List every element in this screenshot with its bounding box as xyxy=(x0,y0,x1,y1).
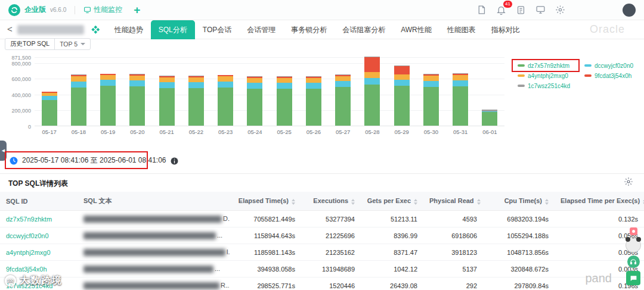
customer-service-button[interactable] xyxy=(626,271,640,285)
bar-segment-dccwyjcf0z0n0[interactable] xyxy=(335,81,351,87)
panel-collapse-handle[interactable]: ◀ xyxy=(0,141,7,161)
tab-性能趋势[interactable]: 性能趋势 xyxy=(107,20,151,39)
bar-segment-dz7x57n9zhktm[interactable] xyxy=(335,87,351,126)
bar-segment-a4yntphj2mxg0[interactable] xyxy=(247,78,262,83)
table-row[interactable]: a4yntphj2mxg0l...1185981.143s21235162837… xyxy=(0,244,644,261)
bar-segment-a4yntphj2mxg0[interactable] xyxy=(306,78,321,83)
nav-performance-monitor[interactable]: 性能监控 xyxy=(83,5,122,15)
bar-segment-dz7x57n9zhktm[interactable] xyxy=(394,86,410,126)
bar-segment-dz7x57n9zhktm[interactable] xyxy=(247,89,262,126)
bar-column-06-01[interactable] xyxy=(475,57,504,126)
bar-segment-dccwyjcf0z0n0[interactable] xyxy=(394,80,410,86)
bar-column-05-21[interactable] xyxy=(152,57,181,126)
bar-column-05-20[interactable] xyxy=(123,57,152,126)
legend-item-a4yntphj2mxg0[interactable]: a4yntphj2mxg0 xyxy=(518,72,580,79)
bar-segment-dz7x57n9zhktm[interactable] xyxy=(188,88,204,126)
bar-column-05-27[interactable] xyxy=(329,57,358,126)
table-row[interactable]: 9fcdat3j54x0h...394938.058s1319486891042… xyxy=(0,261,644,277)
bar-segment-dz7x57n9zhktm[interactable] xyxy=(129,86,145,126)
bar-segment-dz7x57n9zhktm[interactable] xyxy=(306,89,321,126)
column-header-Elapsed Time(s)[interactable]: Elapsed Time(s) xyxy=(230,192,301,211)
bar-column-05-22[interactable] xyxy=(181,57,210,126)
bar-segment-dccwyjcf0z0n0[interactable] xyxy=(129,80,145,86)
table-row[interactable]: dz7x57n9zhktmD...7055821.449s53277394512… xyxy=(0,211,644,227)
floating-assistant-button[interactable] xyxy=(627,255,640,268)
document-icon[interactable] xyxy=(476,5,487,15)
add-button[interactable]: + xyxy=(134,4,140,15)
bar-column-05-24[interactable] xyxy=(240,57,270,126)
legend-item-dz7x57n9zhktm[interactable]: dz7x57n9zhktm xyxy=(518,62,580,69)
sort-icon[interactable] xyxy=(477,199,481,205)
bar-column-05-26[interactable] xyxy=(299,57,328,126)
bar-column-05-25[interactable] xyxy=(270,57,299,126)
bar-segment-dccwyjcf0z0n0[interactable] xyxy=(42,96,57,100)
bar-segment-dccwyjcf0z0n0[interactable] xyxy=(218,82,233,88)
column-header-Cpu Time(s)[interactable]: Cpu Time(s) xyxy=(483,192,555,211)
bar-segment-dccwyjcf0z0n0[interactable] xyxy=(423,81,439,87)
bar-segment-a4yntphj2mxg0[interactable] xyxy=(335,76,351,82)
bar-segment-dccwyjcf0z0n0[interactable] xyxy=(188,82,204,89)
sql-id-link[interactable]: dccwyjcf0z0n0 xyxy=(6,232,49,239)
bar-segment-dz7x57n9zhktm[interactable] xyxy=(71,88,86,126)
bar-column-05-19[interactable] xyxy=(94,57,123,126)
bar-segment-dz7x57n9zhktm[interactable] xyxy=(100,86,116,126)
sort-icon[interactable] xyxy=(292,199,295,205)
column-header-Physical Read[interactable]: Physical Read xyxy=(423,192,483,211)
sql-id-link[interactable]: 9fcdat3j54x0h xyxy=(6,266,47,273)
tab-指标对比[interactable]: 指标对比 xyxy=(484,20,528,39)
tab-AWR性能[interactable]: AWR性能 xyxy=(393,20,439,39)
monitor-icon[interactable] xyxy=(535,5,546,15)
info-icon[interactable] xyxy=(171,157,178,164)
tab-会话阻塞分析[interactable]: 会话阻塞分析 xyxy=(335,20,393,39)
column-header-Elapsed Time per Exec(s)[interactable]: Elapsed Time per Exec(s) xyxy=(555,192,644,211)
bar-column-05-18[interactable] xyxy=(64,57,93,126)
bar-segment-a4yntphj2mxg0[interactable] xyxy=(277,78,292,83)
table-settings-gear-icon[interactable] xyxy=(624,177,633,186)
bar-segment-a4yntphj2mxg0[interactable] xyxy=(364,72,380,77)
bar-segment-9fcdat3j54x0h[interactable] xyxy=(394,66,410,74)
bar-segment-a4yntphj2mxg0[interactable] xyxy=(423,76,439,81)
bar-segment-dz7x57n9zhktm[interactable] xyxy=(423,87,439,126)
bar-segment-dccwyjcf0z0n0[interactable] xyxy=(277,83,292,89)
legend-item-dccwyjcf0z0n0[interactable]: dccwyjcf0z0n0 xyxy=(584,62,644,69)
legend-item-9fcdat3j54x0h[interactable]: 9fcdat3j54x0h xyxy=(584,72,644,79)
bar-column-05-28[interactable] xyxy=(358,57,387,126)
bar-segment-dz7x57n9zhktm[interactable] xyxy=(277,89,292,126)
bar-segment-dz7x57n9zhktm[interactable] xyxy=(159,88,175,126)
column-header-Gets per Exec[interactable]: Gets per Exec xyxy=(361,192,423,211)
bar-column-05-23[interactable] xyxy=(211,57,240,126)
sort-icon[interactable] xyxy=(545,199,549,205)
clipboard-icon[interactable] xyxy=(516,5,526,15)
sql-id-link[interactable]: dz7x57n9zhktm xyxy=(6,216,52,223)
table-row[interactable]: 1c7wsz251c4kdR...298525.771s152044626439… xyxy=(0,277,644,290)
bar-segment-dccwyjcf0z0n0[interactable] xyxy=(247,83,262,89)
bar-segment-dz7x57n9zhktm[interactable] xyxy=(482,112,497,126)
tab-TOP会话[interactable]: TOP会话 xyxy=(195,20,239,39)
bar-column-05-31[interactable] xyxy=(446,57,475,126)
column-header-Executions[interactable]: Executions xyxy=(301,192,361,211)
sort-icon[interactable] xyxy=(351,199,355,205)
diamonds-icon[interactable] xyxy=(91,26,100,34)
table-row[interactable]: dccwyjcf0z0n0...1158944.643s212256968396… xyxy=(0,227,644,244)
bar-segment-dccwyjcf0z0n0[interactable] xyxy=(306,83,321,89)
bar-column-05-17[interactable] xyxy=(35,57,64,126)
back-chevron[interactable]: < xyxy=(7,24,13,33)
legend-item-1c7wsz251c4kd[interactable]: 1c7wsz251c4kd xyxy=(518,82,580,89)
bar-segment-a4yntphj2mxg0[interactable] xyxy=(453,75,468,80)
bar-segment-dccwyjcf0z0n0[interactable] xyxy=(159,82,175,88)
bell-icon[interactable]: 41 xyxy=(496,5,506,15)
bar-segment-dccwyjcf0z0n0[interactable] xyxy=(100,80,116,86)
bar-segment-dz7x57n9zhktm[interactable] xyxy=(218,88,233,126)
sql-id-link[interactable]: a4yntphj2mxg0 xyxy=(6,249,51,256)
tab-性能图表[interactable]: 性能图表 xyxy=(439,20,484,39)
bar-segment-dccwyjcf0z0n0[interactable] xyxy=(453,80,468,87)
floating-pink-icon[interactable] xyxy=(630,227,637,235)
panda-mascot-icon[interactable] xyxy=(626,238,641,252)
bar-segment-a4yntphj2mxg0[interactable] xyxy=(159,77,175,83)
bar-segment-a4yntphj2mxg0[interactable] xyxy=(100,75,116,80)
bar-column-05-30[interactable] xyxy=(416,57,445,126)
user-avatar[interactable] xyxy=(623,4,636,17)
bar-segment-a4yntphj2mxg0[interactable] xyxy=(71,76,86,82)
bar-segment-dccwyjcf0z0n0[interactable] xyxy=(364,78,380,85)
tab-事务锁分析[interactable]: 事务锁分析 xyxy=(283,20,335,39)
